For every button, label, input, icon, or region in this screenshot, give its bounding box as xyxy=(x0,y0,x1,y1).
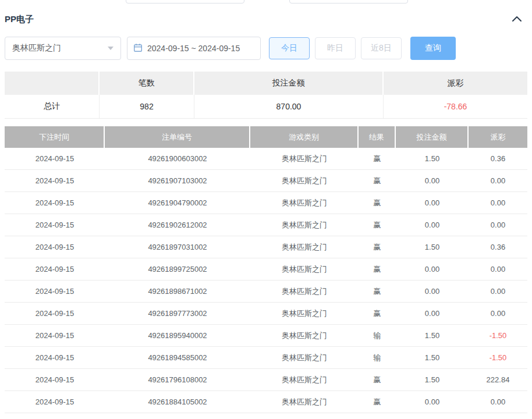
cell-bet-time: 2024-09-15 xyxy=(5,325,105,346)
cell-payout: 222.84 xyxy=(469,369,527,390)
summary-header-bet-amount: 投注金额 xyxy=(194,72,384,95)
header-bet-time: 下注时间 xyxy=(5,126,105,148)
date-range-input[interactable]: 2024-09-15 ~ 2024-09-15 xyxy=(127,37,261,60)
cell-bet-amount: 0.00 xyxy=(396,192,469,214)
header-order-id: 注单编号 xyxy=(105,126,250,148)
cell-payout: 0.00 xyxy=(469,303,527,324)
cell-order-id: 49261897031002 xyxy=(105,236,250,258)
cell-game-type: 奥林匹斯之门 xyxy=(250,148,359,169)
cell-result: 赢 xyxy=(359,170,396,191)
pp-electronic-panel: PP电子 奥林匹斯之门 2024-09-15 ~ 2024-09-15 今日 昨… xyxy=(0,0,532,419)
cell-bet-amount: 1.50 xyxy=(396,347,469,368)
quick-range-yesterday-button[interactable]: 昨日 xyxy=(315,37,356,59)
cell-payout: -1.50 xyxy=(469,325,527,346)
cell-result: 赢 xyxy=(359,214,396,236)
partial-input-above-left[interactable] xyxy=(126,0,244,3)
date-range-value: 2024-09-15 ~ 2024-09-15 xyxy=(147,44,240,53)
summary-total-count: 982 xyxy=(100,95,194,118)
cell-result: 赢 xyxy=(359,391,396,413)
cell-payout: 0.36 xyxy=(469,236,527,258)
summary-total-label: 总计 xyxy=(5,95,100,118)
cell-result: 赢 xyxy=(359,280,396,302)
game-select-value: 奥林匹斯之门 xyxy=(12,43,61,54)
table-row: 2024-09-1549261796108002奥林匹斯之门赢1.50222.8… xyxy=(5,369,527,391)
cell-game-type: 奥林匹斯之门 xyxy=(250,192,359,214)
bet-table-body: 2024-09-1549261900603002奥林匹斯之门赢1.500.362… xyxy=(5,148,527,413)
chevron-up-icon xyxy=(512,15,522,24)
cell-payout: 0.00 xyxy=(469,258,527,280)
cell-game-type: 奥林匹斯之门 xyxy=(250,214,359,236)
cell-bet-amount: 0.00 xyxy=(396,214,469,236)
table-row: 2024-09-1549261899725002奥林匹斯之门赢0.000.00 xyxy=(5,258,527,280)
cell-payout: 0.00 xyxy=(469,391,527,413)
cell-game-type: 奥林匹斯之门 xyxy=(250,325,359,346)
table-row: 2024-09-1549261898671002奥林匹斯之门赢0.000.00 xyxy=(5,280,527,303)
cell-bet-time: 2024-09-15 xyxy=(5,280,105,302)
table-row: 2024-09-1549261894585002奥林匹斯之门输1.50-1.50 xyxy=(5,347,527,369)
cell-order-id: 49261899725002 xyxy=(105,258,250,280)
table-row: 2024-09-1549261897773002奥林匹斯之门赢0.000.00 xyxy=(5,303,527,325)
cell-payout: 0.00 xyxy=(469,192,527,214)
table-row: 2024-09-1549261907103002奥林匹斯之门赢0.000.00 xyxy=(5,170,527,192)
cell-result: 赢 xyxy=(359,148,396,169)
cell-bet-time: 2024-09-15 xyxy=(5,192,105,214)
cell-order-id: 49261898671002 xyxy=(105,280,250,302)
summary-header-payout: 派彩 xyxy=(384,72,527,95)
cell-bet-amount: 0.00 xyxy=(396,170,469,191)
table-row: 2024-09-1549261900603002奥林匹斯之门赢1.500.36 xyxy=(5,148,527,170)
bet-table: 下注时间 注单编号 游戏类别 结果 投注金额 派彩 2024-09-154926… xyxy=(5,126,527,419)
table-row: 2024-09-1549261895940002奥林匹斯之门输1.50-1.50 xyxy=(5,325,527,347)
cell-payout: 0.00 xyxy=(469,170,527,191)
cell-payout: 0.00 xyxy=(469,214,527,236)
cell-game-type: 奥林匹斯之门 xyxy=(250,236,359,258)
summary-total-payout: -78.66 xyxy=(384,95,527,118)
table-row: 2024-09-1549261897031002奥林匹斯之门赢1.500.36 xyxy=(5,236,527,258)
partial-input-above-right[interactable] xyxy=(289,0,408,3)
bet-table-header-row: 下注时间 注单编号 游戏类别 结果 投注金额 派彩 xyxy=(5,126,527,148)
header-result: 结果 xyxy=(359,126,396,148)
header-game-type: 游戏类别 xyxy=(250,126,359,148)
cell-game-type: 奥林匹斯之门 xyxy=(250,258,359,280)
calendar-icon xyxy=(133,43,143,54)
cell-payout: -1.50 xyxy=(469,347,527,368)
caret-down-icon xyxy=(108,47,114,50)
search-button[interactable]: 查询 xyxy=(410,37,456,60)
cell-bet-time: 2024-09-15 xyxy=(5,170,105,191)
table-row: 2024-09-1549261884105002奥林匹斯之门赢0.000.00 xyxy=(5,391,527,413)
cell-order-id: 49261902612002 xyxy=(105,214,250,236)
cell-game-type: 奥林匹斯之门 xyxy=(250,170,359,191)
cell-bet-time: 2024-09-15 xyxy=(5,258,105,280)
quick-range-today-button[interactable]: 今日 xyxy=(269,37,310,59)
table-row: 2024-09-1549261904790002奥林匹斯之门赢0.000.00 xyxy=(5,192,527,214)
header-payout: 派彩 xyxy=(469,126,527,148)
cell-order-id: 49261897773002 xyxy=(105,303,250,324)
cell-order-id: 49261894585002 xyxy=(105,347,250,368)
game-select[interactable]: 奥林匹斯之门 xyxy=(5,37,121,60)
cell-order-id: 49261907103002 xyxy=(105,170,250,191)
summary-table: 笔数 投注金额 派彩 总计 982 870.00 -78.66 xyxy=(5,72,527,119)
cell-bet-amount: 1.50 xyxy=(396,325,469,346)
cell-result: 输 xyxy=(359,347,396,368)
cell-bet-time: 2024-09-15 xyxy=(5,303,105,324)
cell-bet-amount: 0.00 xyxy=(396,258,469,280)
collapse-panel-button[interactable] xyxy=(512,15,522,24)
cell-bet-time: 2024-09-15 xyxy=(5,236,105,258)
cell-bet-amount: 1.50 xyxy=(396,148,469,169)
cell-result: 赢 xyxy=(359,369,396,390)
cell-game-type: 奥林匹斯之门 xyxy=(250,303,359,324)
cell-bet-amount: 0.00 xyxy=(396,391,469,413)
cell-bet-time: 2024-09-15 xyxy=(5,148,105,169)
cell-result: 赢 xyxy=(359,236,396,258)
cell-bet-amount: 0.00 xyxy=(396,280,469,302)
cell-result: 赢 xyxy=(359,303,396,324)
summary-header-empty xyxy=(5,72,100,95)
summary-header-count: 笔数 xyxy=(100,72,194,95)
cell-payout: 0.00 xyxy=(469,280,527,302)
table-row-partial xyxy=(5,413,527,419)
cell-game-type: 奥林匹斯之门 xyxy=(250,369,359,390)
cell-bet-time: 2024-09-15 xyxy=(5,391,105,413)
cell-bet-time: 2024-09-15 xyxy=(5,369,105,390)
cell-bet-amount: 1.50 xyxy=(396,236,469,258)
cell-order-id: 49261900603002 xyxy=(105,148,250,169)
quick-range-8days-button[interactable]: 近8日 xyxy=(361,37,402,59)
